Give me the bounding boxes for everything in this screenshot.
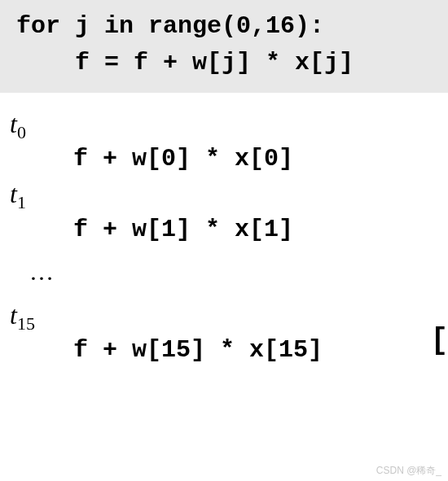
step-row-0: t0 f + w[0] * x[0] (10, 109, 448, 173)
step-expr-15: f + w[15] * x[15] (10, 336, 448, 364)
time-label-0: t0 (10, 109, 448, 143)
step-row-15: t15 f + w[15] * x[15] (10, 300, 448, 364)
time-var: t (10, 109, 17, 138)
time-sub: 1 (17, 193, 26, 213)
code-line-2: f = f + w[j] * x[j] (16, 45, 432, 81)
watermark: CSDN @稀奇_ (376, 464, 441, 478)
code-block: for j in range(0,16): f = f + w[j] * x[j… (0, 0, 448, 93)
time-sub: 0 (17, 122, 26, 142)
step-expr-0: f + w[0] * x[0] (10, 145, 448, 173)
unrolled-steps: t0 f + w[0] * x[0] t1 f + w[1] * x[1] … … (0, 93, 448, 364)
step-expr-1: f + w[1] * x[1] (10, 216, 448, 243)
time-label-15: t15 (10, 300, 448, 335)
partial-bracket-icon: [ (430, 324, 448, 357)
time-label-1: t1 (10, 179, 448, 213)
time-var: t (10, 300, 17, 330)
step-row-1: t1 f + w[1] * x[1] (10, 179, 448, 243)
ellipsis: … (10, 258, 448, 286)
code-line-1: for j in range(0,16): (16, 8, 432, 45)
time-sub: 15 (17, 313, 35, 334)
time-var: t (10, 179, 17, 208)
